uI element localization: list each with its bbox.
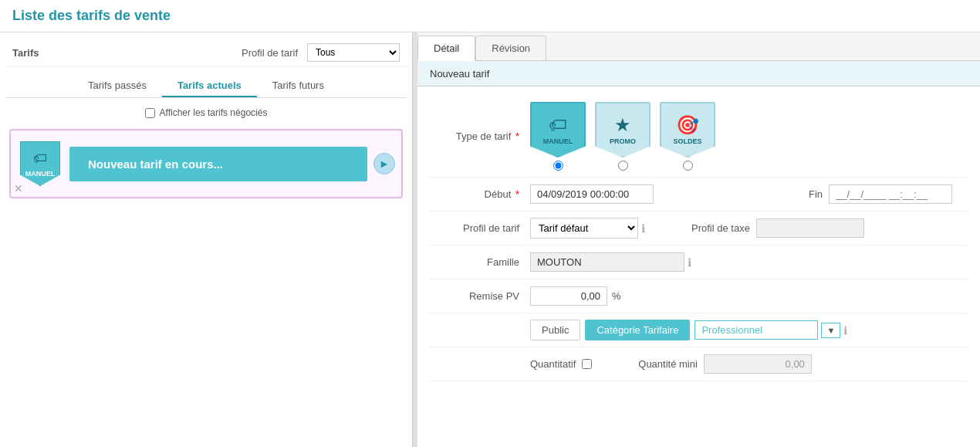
- manuel-label: MANUEL: [543, 137, 573, 145]
- quantite-mini-section: Quantité mini: [638, 354, 812, 374]
- type-soldes-badge: 🎯 SOLDES: [660, 102, 715, 157]
- tab-tarifs-passes[interactable]: Tarifs passés: [73, 75, 162, 97]
- right-tabs: Détail Révision: [417, 32, 980, 61]
- tarif-delete-btn[interactable]: ✕: [14, 183, 23, 194]
- manuel-icon: 🏷: [549, 114, 567, 136]
- profil-taxe-input: [756, 218, 864, 238]
- quantitatif-section: Quantitatif Quantité mini: [530, 354, 812, 374]
- type-soldes[interactable]: 🎯 SOLDES: [660, 102, 715, 171]
- type-manuel-radio[interactable]: [553, 161, 563, 171]
- afficher-negocie-row: Afficher les tarifs négociés: [6, 103, 406, 123]
- profil-tarif-form-select[interactable]: Tarif défaut: [530, 218, 638, 239]
- remise-section: %: [530, 286, 621, 306]
- quantitatif-text-label: Quantitatif: [530, 358, 576, 370]
- profil-tarif-select-wrap: Tarif défaut ℹ: [530, 218, 645, 239]
- page-header: Liste des tarifs de vente: [0, 0, 980, 32]
- type-promo-badge: ★ PROMO: [595, 102, 651, 157]
- famille-select-wrap: ℹ: [530, 252, 691, 272]
- tarif-arrow-btn[interactable]: ►: [373, 153, 395, 174]
- type-promo-radio[interactable]: [618, 161, 628, 171]
- quantitatif-row: Quantitatif Quantité mini: [430, 347, 968, 381]
- tarifs-label: Tarifs: [12, 47, 39, 59]
- tarif-content: Nouveau tarif en cours...: [69, 147, 367, 181]
- fin-section: Fin: [809, 185, 952, 204]
- tarifs-tabs: Tarifs passés Tarifs actuels Tarifs futu…: [6, 75, 406, 98]
- tab-detail[interactable]: Détail: [417, 36, 475, 61]
- soldes-label: SOLDES: [673, 137, 701, 145]
- page-title: Liste des tarifs de vente: [12, 8, 171, 23]
- tarif-cards: 🏷 MANUEL Nouveau tarif en cours... ► ✕: [6, 123, 406, 441]
- categorie-select-wrap: ▼ ℹ: [694, 320, 847, 340]
- debut-input[interactable]: [530, 185, 654, 204]
- tab-revision[interactable]: Révision: [475, 36, 546, 60]
- remise-label: Remise PV: [430, 290, 530, 302]
- tarif-badge: 🏷 MANUEL: [17, 137, 63, 191]
- afficher-negocie-checkbox[interactable]: [145, 108, 155, 118]
- debut-fin-row: Début * Fin: [430, 178, 968, 212]
- famille-label: Famille: [430, 256, 530, 268]
- profil-row: Profil de tarif Tarif défaut ℹ Profil de…: [430, 212, 968, 246]
- quantite-mini-input: [704, 354, 812, 374]
- remise-input[interactable]: [530, 286, 607, 306]
- type-manuel[interactable]: 🏷 MANUEL: [530, 102, 586, 171]
- fin-input[interactable]: [829, 185, 952, 204]
- profil-tarif-label: Profil de tarif: [242, 47, 298, 59]
- promo-label: PROMO: [610, 137, 636, 145]
- quantitatif-checkbox[interactable]: [582, 359, 592, 369]
- quantitatif-left: Quantitatif: [530, 358, 592, 370]
- tag-shape: 🏷 MANUEL: [20, 141, 60, 186]
- profil-tarif-section: Profil de tarif Tous Tarif défaut Profil…: [242, 43, 400, 62]
- type-soldes-radio[interactable]: [683, 161, 693, 171]
- famille-row: Famille ℹ: [430, 246, 968, 279]
- type-promo[interactable]: ★ PROMO: [595, 102, 651, 171]
- tag-price-icon: 🏷: [33, 151, 47, 167]
- right-panel: Détail Révision Nouveau tarif Type de ta…: [417, 32, 980, 447]
- main-layout: Tarifs Profil de tarif Tous Tarif défaut…: [0, 32, 980, 447]
- type-tarif-label: Type de tarif *: [430, 130, 530, 142]
- soldes-icon: 🎯: [676, 114, 699, 136]
- tarif-type-options: 🏷 MANUEL ★ PROMO: [530, 102, 715, 171]
- profil-taxe-label: Profil de taxe: [691, 222, 750, 234]
- public-button[interactable]: Public: [530, 320, 580, 340]
- promo-icon: ★: [614, 114, 631, 136]
- nouveau-tarif-title: Nouveau tarif: [430, 68, 489, 80]
- categorie-input[interactable]: [694, 320, 818, 340]
- quantite-mini-label: Quantité mini: [638, 358, 698, 370]
- badge-label: MANUEL: [25, 170, 56, 178]
- famille-input[interactable]: [530, 252, 684, 272]
- tarif-name[interactable]: Nouveau tarif en cours...: [69, 147, 367, 181]
- tarifs-header: Tarifs Profil de tarif Tous Tarif défaut…: [6, 39, 406, 67]
- profil-tarif-info-icon[interactable]: ℹ: [641, 222, 645, 235]
- left-panel: Tarifs Profil de tarif Tous Tarif défaut…: [0, 32, 413, 447]
- type-tarif-row: Type de tarif * 🏷 MANUEL: [430, 96, 968, 178]
- tab-tarifs-actuels[interactable]: Tarifs actuels: [162, 75, 257, 97]
- categorie-info-icon[interactable]: ℹ: [843, 324, 847, 337]
- cat-row: Public Catégorie Tarifaire ▼ ℹ: [530, 320, 847, 340]
- nouveau-tarif-header: Nouveau tarif: [417, 61, 980, 86]
- tarif-form: Type de tarif * 🏷 MANUEL: [417, 86, 980, 391]
- famille-info-icon[interactable]: ℹ: [688, 256, 691, 269]
- profil-taxe-section: Profil de taxe: [691, 218, 864, 238]
- categorie-row: Public Catégorie Tarifaire ▼ ℹ: [430, 313, 968, 347]
- afficher-negocie-label: Afficher les tarifs négociés: [160, 107, 268, 118]
- remise-row: Remise PV %: [430, 279, 968, 313]
- tab-tarifs-futurs[interactable]: Tarifs futurs: [257, 75, 340, 97]
- required-star: *: [515, 130, 519, 142]
- type-manuel-badge: 🏷 MANUEL: [530, 102, 586, 157]
- debut-label: Début *: [430, 188, 530, 200]
- percent-label: %: [612, 290, 621, 302]
- profil-tarif-form-label: Profil de tarif: [430, 222, 530, 234]
- fin-label: Fin: [809, 188, 823, 200]
- profil-tarif-select[interactable]: Tous Tarif défaut Profil 2: [307, 43, 400, 62]
- tarif-card[interactable]: 🏷 MANUEL Nouveau tarif en cours... ► ✕: [9, 129, 403, 198]
- categorie-button[interactable]: Catégorie Tarifaire: [585, 320, 690, 340]
- categorie-arrow-btn[interactable]: ▼: [821, 323, 840, 338]
